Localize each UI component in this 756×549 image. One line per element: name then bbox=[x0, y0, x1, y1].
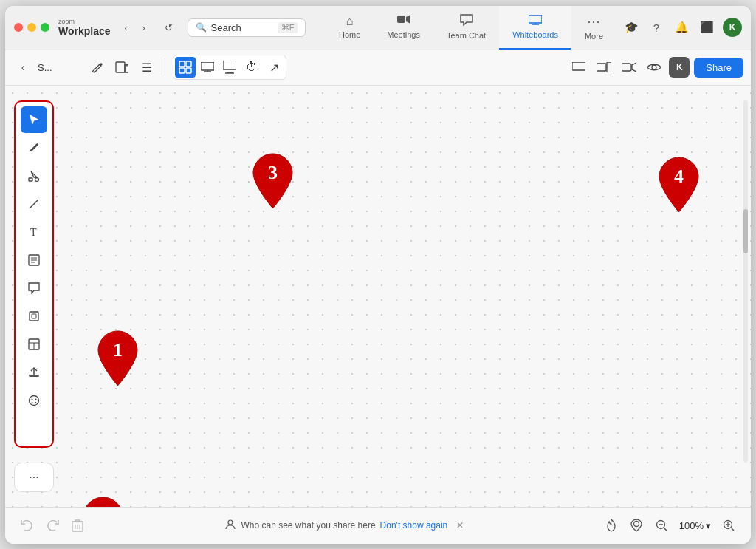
tab-whiteboards-label: Whiteboards bbox=[512, 30, 558, 39]
svg-rect-17 bbox=[622, 64, 631, 71]
svg-point-35 bbox=[35, 398, 37, 400]
nav-recent-button[interactable]: ↺ bbox=[161, 19, 177, 35]
bottom-right-controls: 100% ▾ bbox=[601, 515, 739, 536]
titlebar: zoom Workplace ‹ › ↺ 🔍 Search ⌘F ⌂ Home … bbox=[5, 6, 751, 50]
svg-rect-6 bbox=[179, 61, 185, 67]
shapes-tool-btn[interactable] bbox=[21, 163, 47, 189]
help-icon[interactable]: ? bbox=[647, 18, 665, 36]
user-k-avatar[interactable]: K bbox=[669, 57, 690, 78]
tab-more[interactable]: ··· More bbox=[571, 6, 616, 50]
upload-tool-btn[interactable] bbox=[21, 359, 47, 386]
bottom-bar: Who can see what you share here Don't sh… bbox=[5, 507, 751, 544]
svg-rect-9 bbox=[186, 68, 191, 73]
svg-text:2: 2 bbox=[98, 505, 108, 507]
search-shortcut: ⌘F bbox=[278, 22, 298, 33]
zoom-out-button[interactable] bbox=[651, 515, 672, 536]
marker-2[interactable]: 2 bbox=[79, 496, 127, 507]
text-tool-btn[interactable]: T bbox=[21, 219, 47, 245]
tab-team-chat-label: Team Chat bbox=[447, 31, 486, 40]
apps-icon[interactable]: ⬛ bbox=[698, 18, 715, 36]
svg-rect-8 bbox=[179, 68, 185, 73]
svg-rect-28 bbox=[30, 312, 38, 321]
whiteboards-icon bbox=[529, 15, 542, 28]
marker-4[interactable]: 4 bbox=[655, 156, 703, 214]
location-button[interactable] bbox=[626, 515, 647, 536]
traffic-lights bbox=[14, 23, 49, 32]
zoom-dropdown-icon: ▾ bbox=[706, 520, 711, 531]
fire-button[interactable] bbox=[601, 515, 622, 536]
svg-text:T: T bbox=[30, 227, 37, 238]
marker-1[interactable]: 1 bbox=[94, 330, 142, 387]
tab-home[interactable]: ⌂ Home bbox=[326, 6, 374, 50]
hat-icon[interactable]: 🎓 bbox=[622, 18, 640, 36]
svg-text:3: 3 bbox=[268, 162, 278, 183]
tab-whiteboards[interactable]: Whiteboards bbox=[499, 6, 571, 50]
table-tool-btn[interactable] bbox=[21, 331, 47, 358]
maximize-button[interactable] bbox=[41, 23, 49, 32]
undo-button[interactable] bbox=[17, 515, 38, 536]
share-button[interactable]: Share bbox=[694, 58, 743, 78]
toolbar-back-button[interactable]: ‹ bbox=[13, 57, 33, 78]
search-icon: 🔍 bbox=[196, 22, 207, 33]
tool-more-button[interactable]: ··· bbox=[14, 463, 54, 492]
sticky-tool-btn[interactable] bbox=[21, 247, 47, 273]
tab-meetings[interactable]: Meetings bbox=[374, 6, 433, 50]
app-brand-name: Workplace bbox=[58, 25, 111, 37]
zoom-in-button[interactable] bbox=[718, 515, 739, 536]
nav-tabs: ⌂ Home Meetings Team Chat Whiteboards bbox=[326, 6, 616, 50]
toolbar-view-group: ⏱ ↗ bbox=[173, 55, 286, 80]
redo-button[interactable] bbox=[42, 515, 63, 536]
svg-text:1: 1 bbox=[113, 339, 123, 361]
timer-view-btn[interactable]: ⏱ bbox=[241, 57, 262, 78]
nav-arrows: ‹ › bbox=[118, 19, 152, 35]
canvas-background[interactable]: 1 2 3 4 bbox=[5, 86, 751, 507]
line-tool-btn[interactable] bbox=[21, 191, 47, 217]
svg-rect-7 bbox=[186, 61, 191, 67]
desktop-view-btn[interactable] bbox=[197, 57, 218, 78]
search-bar[interactable]: 🔍 Search ⌘F bbox=[188, 18, 306, 37]
tab-team-chat[interactable]: Team Chat bbox=[433, 6, 499, 50]
menu-tool-btn[interactable]: ☰ bbox=[137, 57, 157, 78]
svg-point-19 bbox=[652, 65, 656, 69]
app-brand-sub: zoom bbox=[58, 18, 111, 25]
camera-btn[interactable] bbox=[619, 57, 639, 78]
view-mode-btn-1[interactable] bbox=[568, 57, 589, 78]
download-view-btn[interactable] bbox=[219, 57, 240, 78]
close-notice-button[interactable]: ✕ bbox=[456, 520, 464, 531]
bell-icon[interactable]: 🔔 bbox=[673, 18, 690, 36]
marker-3[interactable]: 3 bbox=[249, 152, 297, 210]
dont-show-link[interactable]: Don't show again bbox=[380, 520, 448, 531]
eraser-tool-btn[interactable] bbox=[86, 57, 107, 78]
tab-meetings-label: Meetings bbox=[387, 30, 420, 39]
comment-tool-btn[interactable] bbox=[21, 275, 47, 301]
zoom-level-display[interactable]: 100% ▾ bbox=[676, 519, 714, 533]
scrollbar-thumb[interactable] bbox=[743, 209, 748, 253]
eye-btn[interactable] bbox=[644, 57, 664, 78]
user-avatar[interactable]: K bbox=[723, 18, 742, 37]
svg-point-46 bbox=[633, 522, 639, 527]
more-dots-icon: ··· bbox=[587, 14, 600, 30]
view-mode-btn-2[interactable] bbox=[594, 57, 614, 78]
toolbar-right: K Share bbox=[568, 57, 743, 78]
pencil-tool-btn[interactable] bbox=[21, 134, 47, 161]
cursor-view-btn[interactable]: ↗ bbox=[264, 57, 284, 78]
emoji-tool-btn[interactable] bbox=[21, 387, 47, 414]
vertical-scrollbar[interactable] bbox=[743, 100, 748, 463]
nav-back-arrow[interactable]: ‹ bbox=[118, 19, 134, 35]
delete-button[interactable] bbox=[67, 515, 88, 536]
svg-line-22 bbox=[30, 200, 38, 208]
nav-forward-arrow[interactable]: › bbox=[136, 19, 152, 35]
grid-view-btn[interactable] bbox=[175, 57, 196, 78]
minimize-button[interactable] bbox=[27, 23, 36, 32]
select-tool-btn[interactable] bbox=[21, 106, 47, 133]
svg-rect-13 bbox=[223, 61, 236, 69]
toolbar: ‹ S... ☰ ⏱ ↗ bbox=[5, 50, 751, 86]
tool-panel: T bbox=[14, 100, 54, 448]
export-tool-btn[interactable] bbox=[111, 57, 132, 78]
svg-line-49 bbox=[664, 528, 667, 531]
frame-tool-btn[interactable] bbox=[21, 303, 47, 330]
svg-rect-0 bbox=[397, 16, 405, 23]
close-button[interactable] bbox=[14, 23, 23, 32]
svg-point-33 bbox=[30, 395, 39, 405]
bottom-left-controls bbox=[17, 515, 88, 536]
